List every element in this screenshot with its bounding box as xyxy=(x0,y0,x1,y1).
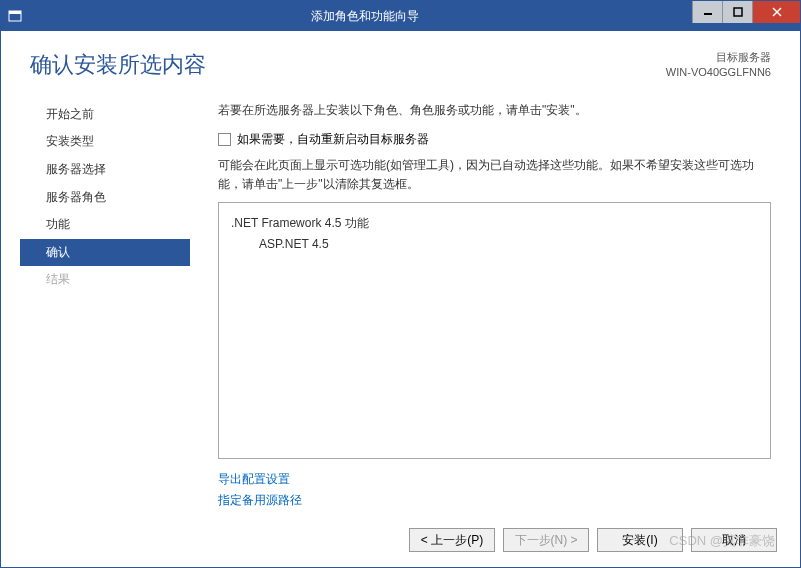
feature-list: .NET Framework 4.5 功能 ASP.NET 4.5 xyxy=(218,202,771,459)
feature-item: .NET Framework 4.5 功能 xyxy=(231,213,758,233)
window-title: 添加角色和功能向导 xyxy=(29,8,800,25)
sidebar-item-confirm[interactable]: 确认 xyxy=(20,239,190,267)
cancel-button[interactable]: 取消 xyxy=(691,528,777,552)
minimize-button[interactable] xyxy=(692,1,722,23)
intro-text: 若要在所选服务器上安装以下角色、角色服务或功能，请单击"安装"。 xyxy=(218,101,771,119)
sidebar-item-results: 结果 xyxy=(20,266,190,294)
button-row: < 上一步(P) 下一步(N) > 安装(I) 取消 CSDN @莫非豪饶 xyxy=(2,516,799,566)
sidebar-item-features[interactable]: 功能 xyxy=(20,211,190,239)
target-server-label: 目标服务器 xyxy=(666,50,771,65)
target-server-name: WIN-VO40GGLFNN6 xyxy=(666,65,771,80)
sidebar-item-server-select[interactable]: 服务器选择 xyxy=(20,156,190,184)
feature-item: ASP.NET 4.5 xyxy=(231,234,758,254)
install-button[interactable]: 安装(I) xyxy=(597,528,683,552)
page-title: 确认安装所选内容 xyxy=(30,50,666,80)
svg-rect-3 xyxy=(734,8,742,16)
auto-restart-label: 如果需要，自动重新启动目标服务器 xyxy=(237,131,429,148)
sidebar-item-server-roles[interactable]: 服务器角色 xyxy=(20,184,190,212)
export-config-link[interactable]: 导出配置设置 xyxy=(218,469,771,489)
main: 开始之前 安装类型 服务器选择 服务器角色 功能 确认 结果 若要在所选服务器上… xyxy=(2,95,799,516)
header: 确认安装所选内容 目标服务器 WIN-VO40GGLFNN6 xyxy=(2,32,799,95)
close-button[interactable] xyxy=(752,1,800,23)
next-button: 下一步(N) > xyxy=(503,528,589,552)
optional-features-note: 可能会在此页面上显示可选功能(如管理工具)，因为已自动选择这些功能。如果不希望安… xyxy=(218,156,771,194)
app-icon xyxy=(1,9,29,23)
maximize-button[interactable] xyxy=(722,1,752,23)
auto-restart-row: 如果需要，自动重新启动目标服务器 xyxy=(218,131,771,148)
svg-rect-1 xyxy=(9,11,21,14)
panel: 若要在所选服务器上安装以下角色、角色服务或功能，请单击"安装"。 如果需要，自动… xyxy=(190,95,799,516)
previous-button[interactable]: < 上一步(P) xyxy=(409,528,495,552)
auto-restart-checkbox[interactable] xyxy=(218,133,231,146)
sidebar-item-before-begin[interactable]: 开始之前 xyxy=(20,101,190,129)
content-area: 确认安装所选内容 目标服务器 WIN-VO40GGLFNN6 开始之前 安装类型… xyxy=(1,31,800,567)
target-server-info: 目标服务器 WIN-VO40GGLFNN6 xyxy=(666,50,771,81)
alt-source-link[interactable]: 指定备用源路径 xyxy=(218,490,771,510)
links: 导出配置设置 指定备用源路径 xyxy=(218,459,771,516)
sidebar: 开始之前 安装类型 服务器选择 服务器角色 功能 确认 结果 xyxy=(20,95,190,516)
titlebar: 添加角色和功能向导 xyxy=(1,1,800,31)
window-controls xyxy=(692,1,800,23)
sidebar-item-install-type[interactable]: 安装类型 xyxy=(20,128,190,156)
